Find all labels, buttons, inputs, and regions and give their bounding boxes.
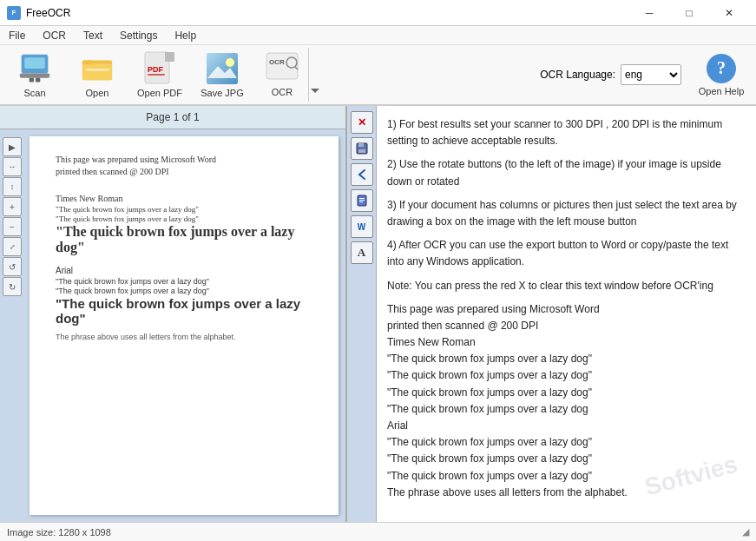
image-content: This page was prepared using Microsoft W… (30, 136, 339, 359)
flip-h-button[interactable]: ↔ (3, 157, 22, 176)
ocr-line1: This page was prepared using Microsoft W… (387, 301, 746, 318)
zoom-in-button[interactable]: + (3, 197, 22, 216)
minimize-button[interactable]: ─ (629, 0, 669, 26)
section1-quote1: "The quick brown fox jumps over a lazy d… (56, 205, 312, 214)
svg-text:OCR: OCR (269, 58, 285, 66)
ocr-language-select[interactable]: eng (621, 64, 681, 85)
tip4: 4) After OCR you can use the export butt… (387, 237, 746, 270)
menu-ocr[interactable]: OCR (34, 26, 75, 45)
rotate-ccw-button[interactable]: ↺ (3, 257, 22, 276)
svg-rect-8 (86, 69, 109, 71)
times-new-roman-section: Times New Roman "The quick brown fox jum… (56, 194, 312, 255)
pdf-icon: PDF (143, 52, 176, 85)
folder-open-icon (81, 52, 114, 85)
svg-rect-6 (82, 63, 112, 80)
intro-line1: This page was prepared using Microsoft W… (56, 155, 216, 164)
chevron-down-icon (311, 89, 319, 93)
ocr-language-label: OCR Language: (540, 69, 615, 81)
zoom-out-button[interactable]: − (3, 217, 22, 236)
tip3: 3) If your document has columns or pictu… (387, 197, 746, 230)
save-icon (356, 142, 368, 155)
svg-rect-3 (30, 77, 34, 82)
titlebar: F FreeOCR ─ □ ✕ (0, 0, 756, 26)
close-button[interactable]: ✕ (709, 0, 749, 26)
ocr-line3: Times New Roman (387, 334, 746, 351)
svg-rect-4 (36, 77, 40, 82)
main-area: Page 1 of 1 ▶ ↔ ↕ + − ⤢ ↺ ↻ This page wa… (0, 106, 756, 522)
titlebar-controls: ─ □ ✕ (629, 0, 749, 26)
ocr-line2: printed then scanned @ 200 DPI (387, 318, 746, 334)
navigate-prev-button[interactable]: ▶ (3, 137, 22, 156)
back-icon (356, 168, 368, 181)
svg-rect-28 (359, 200, 365, 201)
open-pdf-button[interactable]: PDF Open PDF (130, 48, 189, 102)
svg-text:PDF: PDF (148, 65, 164, 74)
menubar: File OCR Text Settings Help (0, 26, 756, 45)
page-info: Page 1 of 1 (0, 106, 345, 129)
note: Note: You can press the red X to clear t… (387, 278, 746, 294)
scan-label: Scan (23, 88, 45, 98)
scan-button[interactable]: Scan (5, 48, 64, 102)
open-help-label: Open Help (699, 86, 745, 96)
font-button[interactable]: A (351, 241, 373, 264)
scan-icon (18, 52, 51, 85)
open-label: Open (86, 88, 109, 98)
flip-v-button[interactable]: ↕ (3, 177, 22, 196)
open-help-button[interactable]: ? Open Help (692, 48, 751, 102)
resize-indicator: ◢ (742, 526, 749, 538)
section1-title: Times New Roman (56, 194, 312, 203)
image-panel: Page 1 of 1 ▶ ↔ ↕ + − ⤢ ↺ ↻ This page wa… (0, 106, 347, 522)
zoom-fit-button[interactable]: ⤢ (3, 237, 22, 256)
back-button[interactable] (351, 163, 373, 186)
intro-line2: printed then scanned @ 200 DPI (56, 167, 169, 176)
toolbar-right: OCR Language: eng ? Open Help (540, 48, 751, 102)
ocr-main: OCR OCR (256, 48, 308, 102)
section1-quote2: "The quick brown fox jumps over a lazy d… (56, 214, 312, 223)
ocr-label: OCR (272, 87, 293, 97)
arial-section: Arial "The quick brown fox jumps over a … (56, 266, 312, 326)
doc-icon (356, 195, 368, 207)
menu-file[interactable]: File (0, 26, 34, 45)
svg-rect-27 (359, 198, 365, 199)
image-viewport[interactable]: This page was prepared using Microsoft W… (30, 136, 339, 515)
rotate-cw-button[interactable]: ↻ (3, 277, 22, 296)
ocr-icon: OCR (266, 52, 299, 84)
image-size-label: Image size: 1280 x 1098 (7, 527, 111, 538)
text-panel: ✕ W (347, 106, 756, 522)
statusbar: Image size: 1280 x 1098 ◢ (0, 522, 756, 541)
ocr-button[interactable]: OCR OCR (255, 48, 321, 102)
svg-rect-2 (20, 73, 49, 77)
open-pdf-label: Open PDF (137, 88, 182, 98)
ocr-line12: The phrase above uses all letters from t… (387, 485, 746, 501)
clear-text-button[interactable]: ✕ (351, 111, 373, 134)
text-output[interactable]: 1) For best results set your scanner to … (377, 106, 756, 522)
ocr-line8: Arial (387, 418, 746, 434)
svg-point-17 (226, 58, 234, 67)
ocr-line4: "The quick brown fox jumps over a lazy d… (387, 351, 746, 367)
ocr-dropdown-arrow[interactable] (308, 48, 320, 102)
app-icon: F (7, 6, 21, 20)
svg-rect-25 (358, 149, 365, 153)
side-toolbar: ▶ ↔ ↕ + − ⤢ ↺ ↻ (0, 134, 24, 300)
menu-text[interactable]: Text (75, 26, 111, 45)
save-jpg-label: Save JPG (201, 88, 244, 98)
open-button[interactable]: Open (68, 48, 127, 102)
ocr-line7: "The quick brown fox jumps over a lazy d… (387, 401, 746, 418)
app-title: FreeOCR (26, 7, 70, 19)
tip1: 1) For best results set your scanner to … (387, 116, 746, 149)
ocr-language-selector: OCR Language: eng (540, 64, 681, 85)
image-footer: The phrase above uses all letters from t… (56, 333, 312, 341)
ocr-result: This page was prepared using Microsoft W… (387, 301, 746, 501)
svg-rect-29 (359, 201, 363, 202)
menu-help[interactable]: Help (166, 26, 205, 45)
save-jpg-button[interactable]: Save JPG (193, 48, 252, 102)
menu-settings[interactable]: Settings (111, 26, 166, 45)
svg-rect-16 (207, 53, 238, 84)
maximize-button[interactable]: □ (669, 0, 709, 26)
ocr-line11: "The quick brown fox jumps over a lazy d… (387, 468, 746, 485)
export-word-button[interactable]: W (351, 215, 373, 238)
export-doc-button[interactable] (351, 189, 373, 212)
image-intro: This page was prepared using Microsoft W… (56, 154, 312, 178)
titlebar-left: F FreeOCR (7, 6, 70, 20)
save-text-button[interactable] (351, 137, 373, 160)
